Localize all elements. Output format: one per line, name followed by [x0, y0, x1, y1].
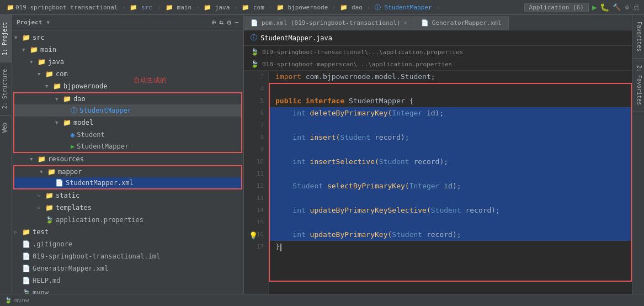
recent-file-1[interactable]: 🍃 019-springboot-transactional\...\appli… — [244, 46, 632, 58]
project-dropdown-arrow[interactable]: ▼ — [46, 19, 50, 25]
tree-item-help-md[interactable]: 📄HELP.md — [12, 275, 243, 287]
run-config-area: Application (6) ▶ 🐛 🔨 ⚙ 点 — [524, 3, 640, 12]
code-line-16: int updateByPrimaryKey(Student record); — [269, 229, 632, 241]
breadcrumb-bjpowernode[interactable]: 📁 bjpowernode — [274, 3, 330, 12]
collapse-icon[interactable]: ⇆ — [220, 18, 224, 27]
line-num-6: 6 — [260, 107, 264, 119]
breadcrumb-main[interactable]: 📁 main — [163, 3, 194, 12]
active-file-bar: ⓘ StudentMapper.java — [244, 30, 632, 46]
settings-icon[interactable]: ⚙ — [227, 18, 231, 27]
tree-item-gitignore[interactable]: 📄.gitignore — [12, 238, 243, 250]
generatormapper-icon: 📄 — [421, 19, 429, 27]
line-num-11: 11 — [257, 168, 264, 180]
minimize-icon[interactable]: − — [235, 18, 239, 27]
tree-item-studentmapper-xml[interactable]: 📄StudentMapper.xml — [13, 177, 242, 189]
tree-item-mvnw[interactable]: 🍃mvnw — [12, 287, 243, 294]
breadcrumb-dao[interactable]: 📁 dao — [338, 3, 365, 12]
code-line-10: int insertSelective(Student record); — [269, 156, 632, 168]
code-line-5: public interface StudentMapper { — [269, 95, 632, 107]
tab-generatormapper[interactable]: 📄 GeneratorMapper.xml — [414, 16, 509, 30]
tree-item-resources[interactable]: ▼📁resources — [12, 153, 243, 165]
line-num-9: 9 — [260, 144, 264, 156]
tree-item-app-properties[interactable]: 🍃application.properties — [12, 214, 243, 226]
tree-item-studentmapper[interactable]: ⓘStudentMapper — [13, 104, 242, 117]
recent-files: 🍃 019-springboot-transactional\...\appli… — [244, 46, 632, 71]
recent-file-2[interactable]: 🍃 018-springboot-mapperscan\...\applicat… — [244, 58, 632, 70]
sidebar-tab-favorites[interactable]: Favorites — [632, 15, 644, 59]
code-line-14: int updateByPrimaryKeySelective(Student … — [269, 204, 632, 217]
mvnw-label: mvnw — [14, 297, 29, 304]
line-num-16: 💡16 — [257, 229, 264, 241]
code-line-11 — [269, 168, 632, 180]
line-num-8: 8 — [260, 131, 264, 144]
breadcrumb-studentmapper[interactable]: ⓘ StudentMapper — [372, 2, 434, 13]
toolbar-extra: 🔨 ⚙ 点 — [613, 3, 640, 12]
code-line-12: Student selectByPrimaryKey(Integer id); — [269, 180, 632, 192]
tab-pom-close[interactable]: × — [404, 20, 407, 26]
locate-icon[interactable]: ⊕ — [212, 18, 216, 27]
tree-item-java[interactable]: ▼📁java — [12, 56, 243, 68]
active-file-name: StudentMapper.java — [260, 34, 332, 42]
line-num-14: 14 — [257, 204, 264, 217]
tree-item-generatormapper-xml[interactable]: 📄GeneratorMapper.xml — [12, 262, 243, 275]
code-line-3: import com.bjpowernode.model.Student; — [269, 71, 632, 83]
sidebar-tab-2-favorites[interactable]: 2: Favorites — [632, 59, 644, 112]
project-panel-title: Project — [17, 19, 42, 26]
line-num-17: 17 — [257, 241, 264, 253]
code-line-13 — [269, 192, 632, 204]
tree-item-student[interactable]: ◉Student — [13, 129, 242, 141]
right-side-tabs: Favorites 2: Favorites — [632, 15, 644, 294]
recent-file-1-label: 019-springboot-transactional\...\applica… — [262, 49, 463, 56]
code-line-15 — [269, 217, 632, 229]
line-num-13: 13 — [257, 192, 264, 204]
tree-item-test[interactable]: ▷📁test — [12, 226, 243, 238]
tree-item-main[interactable]: ▼📁main — [12, 44, 243, 56]
recent-file-2-icon: 🍃 — [251, 60, 259, 68]
project-panel: Project ▼ ⊕ ⇆ ⚙ − ▼📁src ▼📁main ▼📁java — [12, 15, 244, 294]
tree-item-dao[interactable]: ▼📁dao — [13, 92, 242, 104]
sidebar-tab-project[interactable]: 1: Project — [0, 15, 12, 62]
tree-item-model[interactable]: ▼📁model — [13, 117, 242, 129]
tree-item-bjpowernode[interactable]: ▼📁bjpowernode — [12, 80, 243, 92]
tree-item-com[interactable]: ▼📁com — [12, 68, 243, 80]
line-numbers: 3 4 5 6 7 8 9 10 11 12 13 14 15 💡16 17 — [244, 71, 269, 294]
bottom-bar: 🍃 mvnw — [0, 294, 644, 306]
code-content[interactable]: import com.bjpowernode.model.Student; pu… — [269, 71, 632, 294]
breadcrumb-com[interactable]: 📁 com — [239, 3, 267, 12]
mvnw-icon: 🍃 — [4, 297, 12, 304]
lightbulb-icon: 💡 — [249, 230, 258, 242]
run-config-label[interactable]: Application (6) — [524, 3, 589, 12]
sidebar-tab-web[interactable]: Web — [0, 115, 12, 139]
tree-item-iml[interactable]: 📄019-springboot-transactional.iml — [12, 250, 243, 262]
debug-button[interactable]: 🐛 — [600, 3, 609, 12]
code-editor: 3 4 5 6 7 8 9 10 11 12 13 14 15 💡16 17 — [244, 71, 632, 294]
line-num-5: 5 — [260, 95, 264, 107]
tree-item-static[interactable]: ▷📁static — [12, 189, 243, 202]
run-button[interactable]: ▶ — [592, 3, 597, 12]
tab-pom-xml[interactable]: 📄 pom.xml (019-springboot-transactional)… — [244, 16, 414, 30]
breadcrumb-src[interactable]: 📁 src — [127, 3, 155, 12]
file-tree: ▼📁src ▼📁main ▼📁java ▼📁com ▼📁bjpowernode … — [12, 30, 243, 294]
tree-item-templates[interactable]: ▷📁templates — [12, 202, 243, 214]
tree-item-application[interactable]: ▶StudentMapper — [13, 141, 242, 153]
sidebar-tab-structure[interactable]: 2: Structure — [0, 62, 12, 115]
project-toolbar-icons: ⊕ ⇆ ⚙ − — [212, 18, 239, 27]
recent-file-2-label: 018-springboot-mapperscan\...\applicatio… — [262, 61, 452, 68]
recent-file-1-icon: 🍃 — [251, 48, 259, 56]
tree-item-src[interactable]: ▼📁src — [12, 31, 243, 44]
main-layout: 1: Project 2: Structure Web Project ▼ ⊕ … — [0, 15, 644, 294]
left-side-tabs: 1: Project 2: Structure Web — [0, 15, 12, 294]
active-file-icon: ⓘ — [251, 33, 257, 43]
breadcrumb-java[interactable]: 📁 java — [201, 3, 232, 12]
code-line-6: int deleteByPrimaryKey(Integer id); — [269, 107, 632, 119]
breadcrumb-project[interactable]: 📁019-springboot-transactional — [4, 3, 120, 12]
line-num-7: 7 — [260, 119, 264, 131]
line-num-3: 3 — [260, 71, 264, 83]
tab-pom-label: pom.xml (019-springboot-transactional) — [262, 19, 401, 27]
code-line-17: } — [269, 241, 632, 253]
mvnw-status: 🍃 mvnw — [4, 297, 29, 304]
tree-item-mapper[interactable]: ▼📁mapper — [13, 165, 242, 177]
code-line-9 — [269, 144, 632, 156]
breadcrumb-sep-1: › — [122, 4, 125, 10]
top-toolbar: 📁019-springboot-transactional › 📁 src › … — [0, 0, 644, 15]
